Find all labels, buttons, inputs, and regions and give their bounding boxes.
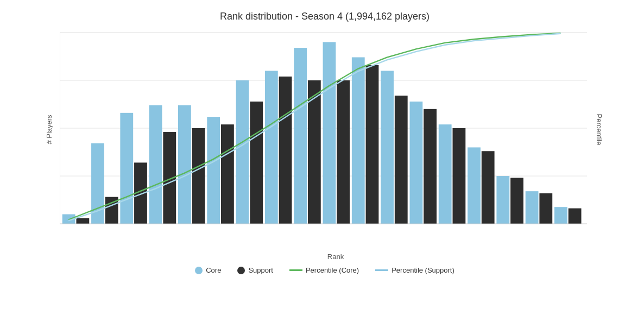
svg-rect-64: [539, 193, 552, 224]
core-label: Core: [206, 266, 221, 274]
svg-rect-63: [526, 191, 539, 224]
svg-rect-49: [395, 96, 408, 224]
svg-rect-24: [149, 105, 162, 224]
legend-percentile-core: Percentile (Core): [289, 266, 359, 274]
svg-rect-36: [265, 71, 278, 224]
svg-rect-39: [294, 48, 307, 224]
svg-rect-43: [337, 80, 350, 224]
svg-rect-45: [352, 57, 365, 224]
svg-rect-30: [207, 117, 220, 224]
svg-rect-51: [409, 102, 422, 224]
svg-rect-37: [279, 77, 292, 224]
svg-rect-31: [221, 124, 234, 224]
x-axis-label: Rank: [60, 253, 611, 261]
legend-support: Support: [237, 266, 273, 274]
percentile-core-label: Percentile (Core): [306, 266, 359, 274]
svg-rect-58: [482, 151, 495, 224]
svg-rect-66: [554, 207, 567, 224]
support-label: Support: [248, 266, 273, 274]
legend-percentile-support: Percentile (Support): [375, 266, 454, 274]
svg-rect-48: [381, 71, 394, 224]
core-icon: [195, 267, 203, 274]
main-chart-svg: 100k 75k 50k 25k 0 100 75 50 25 0: [60, 28, 587, 229]
svg-rect-54: [439, 124, 452, 224]
svg-rect-61: [510, 178, 523, 224]
chart-title: Rank distribution - Season 4 (1,994,162 …: [38, 11, 611, 22]
svg-rect-46: [366, 65, 379, 224]
svg-rect-57: [468, 147, 481, 224]
svg-rect-34: [250, 102, 263, 224]
svg-rect-67: [569, 209, 582, 224]
svg-rect-27: [178, 105, 191, 224]
percentile-core-line-icon: [289, 269, 302, 271]
percentile-support-line-icon: [375, 269, 388, 271]
svg-rect-40: [308, 80, 321, 224]
svg-rect-52: [424, 109, 437, 224]
svg-rect-33: [236, 80, 249, 224]
svg-rect-28: [192, 128, 205, 224]
chart-legend: Core Support Percentile (Core) Percentil…: [38, 266, 611, 274]
percentile-support-label: Percentile (Support): [392, 266, 454, 274]
y-axis-left-label: # Players: [45, 115, 53, 144]
y-axis-right-label: Percentile: [595, 114, 603, 145]
svg-rect-16: [76, 218, 89, 224]
legend-core: Core: [195, 266, 221, 274]
svg-rect-55: [452, 128, 465, 224]
svg-rect-60: [496, 176, 509, 224]
chart-container: Rank distribution - Season 4 (1,994,162 …: [0, 0, 644, 315]
svg-rect-21: [120, 113, 133, 224]
support-icon: [237, 267, 245, 274]
svg-rect-42: [323, 42, 336, 224]
